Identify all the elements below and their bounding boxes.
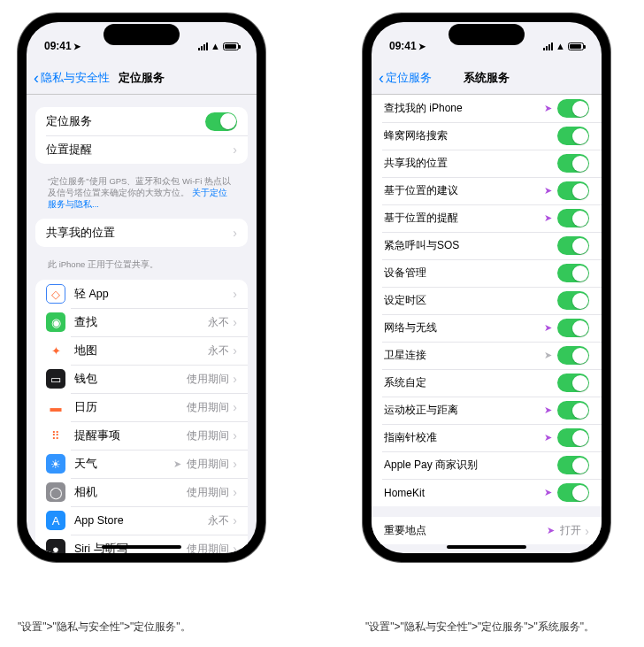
- chevron-right-icon: ›: [233, 428, 237, 443]
- toggle-switch[interactable]: [557, 456, 589, 474]
- row-system-service[interactable]: 共享我的位置: [372, 150, 602, 177]
- toggle-switch[interactable]: [557, 99, 589, 118]
- battery-icon: [568, 42, 584, 50]
- row-system-service[interactable]: 指南针校准➤: [372, 424, 602, 451]
- app-icon: ▬: [46, 397, 65, 417]
- navigation-bar: ‹ 定位服务 系统服务: [372, 61, 602, 95]
- chevron-left-icon: ‹: [379, 70, 384, 86]
- toggle-switch[interactable]: [557, 401, 589, 420]
- nav-title: 系统服务: [464, 70, 510, 86]
- status-time: 09:41: [44, 40, 72, 52]
- row-system-service[interactable]: 紧急呼叫与SOS: [372, 232, 602, 259]
- row-label: 钱包: [74, 372, 187, 387]
- location-arrow-icon: ➤: [547, 525, 555, 536]
- home-indicator[interactable]: [102, 545, 181, 549]
- row-system-service[interactable]: 运动校正与距离➤: [372, 397, 602, 424]
- row-value: 使用期间: [187, 542, 229, 553]
- wifi-icon: ▲: [211, 41, 220, 51]
- row-share-location[interactable]: 共享我的位置 ›: [35, 219, 248, 247]
- toggle-switch[interactable]: [557, 154, 589, 173]
- chevron-left-icon: ‹: [34, 70, 39, 86]
- row-system-service[interactable]: 查找我的 iPhone➤: [372, 95, 602, 122]
- row-system-service[interactable]: 基于位置的建议➤: [372, 177, 602, 204]
- location-arrow-icon: ➤: [173, 458, 181, 470]
- row-system-service[interactable]: 设备管理: [372, 259, 602, 287]
- row-system-service[interactable]: 系统自定: [372, 369, 602, 397]
- location-arrow-icon: ➤: [544, 322, 552, 334]
- location-arrow-icon: ➤: [544, 212, 552, 224]
- caption-right: "设置">"隐私与安全性">"定位服务">"系统服务"。: [365, 620, 594, 635]
- row-system-service[interactable]: Apple Pay 商家识别: [372, 451, 602, 479]
- row-app[interactable]: ▭钱包使用期间›: [35, 365, 248, 393]
- toggle-switch[interactable]: [557, 483, 589, 502]
- app-icon: A: [46, 511, 65, 530]
- row-app[interactable]: ◇轻 App›: [35, 280, 248, 308]
- app-icon: ◉: [46, 312, 65, 332]
- toggle-switch[interactable]: [557, 264, 589, 282]
- row-location-alerts[interactable]: 位置提醒 ›: [35, 135, 248, 164]
- row-label: 相机: [74, 485, 187, 500]
- row-app[interactable]: ●Siri 与听写使用期间›: [35, 535, 248, 553]
- toggle-switch[interactable]: [557, 181, 589, 200]
- row-app[interactable]: ✦地图永不›: [35, 336, 248, 365]
- row-label: 系统自定: [384, 375, 557, 390]
- row-label: 位置提醒: [46, 142, 233, 158]
- chevron-right-icon: ›: [233, 485, 237, 499]
- row-location-services[interactable]: 定位服务: [35, 107, 248, 135]
- chevron-right-icon: ›: [233, 372, 237, 386]
- row-value: 永不: [208, 343, 229, 358]
- row-label: 卫星连接: [384, 348, 544, 363]
- app-icon: ◇: [46, 284, 65, 304]
- row-app[interactable]: ⠿提醒事项使用期间›: [35, 421, 248, 450]
- app-icon: ☀: [46, 454, 65, 474]
- row-app[interactable]: AApp Store永不›: [35, 506, 248, 535]
- toggle-switch[interactable]: [557, 236, 589, 255]
- row-value: 使用期间: [187, 400, 229, 415]
- row-significant-locations[interactable]: 重要地点 ➤ 打开 ›: [372, 517, 602, 544]
- row-label: 天气: [74, 457, 173, 472]
- row-app[interactable]: ◯相机使用期间›: [35, 478, 248, 506]
- toggle-switch[interactable]: [557, 319, 589, 337]
- app-icon: ⠿: [46, 426, 65, 445]
- location-arrow-icon: ➤: [544, 350, 552, 361]
- row-system-service[interactable]: 基于位置的提醒➤: [372, 204, 602, 232]
- row-system-service[interactable]: 蜂窝网络搜索: [372, 122, 602, 150]
- row-system-service[interactable]: 设定时区: [372, 287, 602, 314]
- row-label: 紧急呼叫与SOS: [384, 238, 557, 253]
- row-label: 定位服务: [46, 114, 205, 129]
- row-value: 使用期间: [187, 428, 229, 443]
- toggle-switch[interactable]: [557, 374, 589, 392]
- chevron-right-icon: ›: [233, 400, 237, 414]
- row-label: 轻 App: [74, 287, 233, 302]
- wifi-icon: ▲: [556, 41, 565, 51]
- row-label: 基于位置的建议: [384, 183, 544, 198]
- toggle-switch[interactable]: [557, 346, 589, 365]
- row-label: 指南针校准: [384, 430, 544, 445]
- row-value: 永不: [208, 513, 229, 528]
- chevron-right-icon: ›: [233, 142, 237, 157]
- back-label: 隐私与安全性: [41, 70, 110, 86]
- home-indicator[interactable]: [447, 545, 526, 549]
- row-system-service[interactable]: 网络与无线➤: [372, 314, 602, 342]
- row-system-service[interactable]: HomeKit➤: [372, 479, 602, 506]
- back-label: 定位服务: [386, 70, 432, 86]
- toggle-location-services[interactable]: [205, 112, 237, 131]
- row-value: 使用期间: [187, 372, 229, 387]
- row-app[interactable]: ☀天气➤使用期间›: [35, 450, 248, 478]
- row-app[interactable]: ◉查找永不›: [35, 308, 248, 336]
- back-button[interactable]: ‹ 定位服务: [379, 70, 432, 86]
- row-label: 设备管理: [384, 266, 557, 281]
- phone-right: 09:41 ➤ ▲ ‹ 定位服务 系统服务 查找我的 iPhone➤蜂窝网络搜索…: [363, 13, 610, 562]
- toggle-switch[interactable]: [557, 428, 589, 447]
- toggle-switch[interactable]: [557, 127, 589, 145]
- row-system-service[interactable]: 卫星连接➤: [372, 342, 602, 369]
- row-label: 日历: [74, 400, 187, 415]
- dynamic-island: [104, 24, 180, 45]
- toggle-switch[interactable]: [557, 209, 589, 227]
- chevron-right-icon: ›: [233, 457, 237, 471]
- back-button[interactable]: ‹ 隐私与安全性: [34, 70, 110, 86]
- location-arrow-icon: ➤: [544, 185, 552, 196]
- row-app[interactable]: ▬日历使用期间›: [35, 393, 248, 421]
- row-label: App Store: [74, 514, 208, 527]
- toggle-switch[interactable]: [557, 291, 589, 310]
